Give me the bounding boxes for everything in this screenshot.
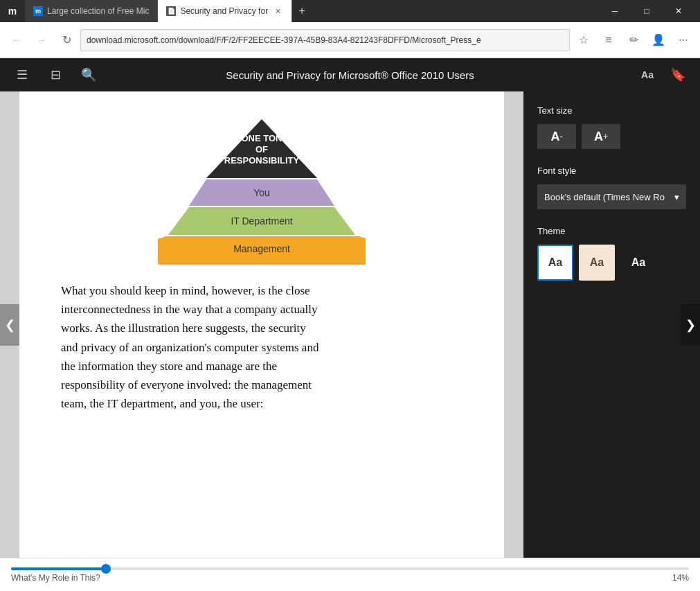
address-input[interactable] [80,29,570,51]
progress-thumb [101,564,111,574]
maximize-button[interactable]: □ [631,0,663,22]
more-button[interactable]: ··· [672,29,694,51]
prev-page-button[interactable]: ❮ [0,304,19,346]
bookmark-button[interactable]: 🔖 [667,64,689,86]
hub-button[interactable]: ≡ [598,29,620,51]
svg-text:IT Department: IT Department [231,215,292,227]
refresh-button[interactable]: ↻ [55,29,78,51]
address-bar: ← → ↻ ☆ ≡ ✏ 👤 ··· [0,22,700,58]
text-size-buttons: A- A+ [537,124,686,149]
next-page-button[interactable]: ❯ [681,304,700,346]
theme-dark-button[interactable]: Aa [620,245,656,281]
tab2-close-button[interactable]: ✕ [272,6,283,17]
text-size-label: Text size [537,105,686,116]
app-icon: m [6,4,19,18]
forward-button[interactable]: → [30,29,53,51]
new-tab-button[interactable]: + [292,1,312,21]
title-bar: m m Large collection of Free Mic 📄 Secur… [0,0,700,22]
page-content: ONE TON OF RESPONSIBILITY You IT Departm… [19,91,504,558]
progress-fill [11,567,106,570]
main-area: ❮ ONE TON OF RESPONSIBILITY You IT Depar… [0,91,700,558]
reader-right-tools: Aa 🔖 [636,64,689,86]
tab-1[interactable]: m Large collection of Free Mic [25,0,158,22]
window-controls: ─ □ ✕ [599,0,694,22]
tab2-favicon: 📄 [166,6,176,16]
theme-sepia-button[interactable]: Aa [579,245,615,281]
tab-2[interactable]: 📄 Security and Privacy for ✕ [158,0,292,22]
tab1-label: Large collection of Free Mic [47,6,149,16]
svg-text:RESPONSIBILITY: RESPONSIBILITY [224,155,300,166]
font-dropdown[interactable]: Book's default (Times New Ro ▾ [537,184,686,209]
svg-text:You: You [253,187,270,198]
dropdown-arrow-icon: ▾ [674,192,679,202]
svg-text:ONE TON: ONE TON [242,133,282,143]
svg-text:Management: Management [233,243,290,254]
theme-section: Theme Aa Aa Aa [537,226,686,281]
progress-row [11,567,689,570]
font-style-section: Font style Book's default (Times New Ro … [537,166,686,209]
text-settings-panel: Text size A- A+ Font style Book's defaul… [523,91,700,558]
bottom-bar: What's My Role in This? 14% [0,558,700,591]
reader-title: Security and Privacy for Microsoft® Offi… [226,69,474,81]
font-style-label: Font style [537,166,686,176]
pyramid-diagram: ONE TON OF RESPONSIBILITY You IT Departm… [61,112,463,265]
reader-left-tools: ☰ ⊟ 🔍 [11,64,100,86]
account-button[interactable]: 👤 [647,29,670,51]
decrease-text-size-button[interactable]: A- [537,124,576,149]
notes-button[interactable]: ✏ [622,29,645,51]
theme-buttons: Aa Aa Aa [537,245,686,281]
book-view-button[interactable]: ⊟ [44,64,66,86]
close-button[interactable]: ✕ [663,0,694,22]
minimize-button[interactable]: ─ [599,0,631,22]
back-button[interactable]: ← [6,29,28,51]
increase-text-size-button[interactable]: A+ [582,124,620,149]
reader-toolbar: ☰ ⊟ 🔍 Security and Privacy for Microsoft… [0,58,700,91]
tab1-favicon: m [33,6,43,16]
bottom-labels: What's My Role in This? 14% [11,573,689,583]
text-size-button[interactable]: Aa [636,64,658,86]
theme-light-button[interactable]: Aa [537,245,573,281]
progress-track[interactable] [11,567,689,570]
hamburger-button[interactable]: ☰ [11,64,33,86]
progress-label: 14% [672,573,689,583]
font-dropdown-value: Book's default (Times New Ro [544,192,665,202]
page-body-text: What you should keep in mind, however, i… [61,281,324,413]
tab-strip: m m Large collection of Free Mic 📄 Secur… [6,0,599,22]
svg-text:OF: OF [255,144,268,155]
star-button[interactable]: ☆ [573,29,595,51]
theme-label: Theme [537,226,686,236]
search-button[interactable]: 🔍 [78,64,100,86]
chapter-label: What's My Role in This? [11,573,100,583]
pyramid-svg: ONE TON OF RESPONSIBILITY You IT Departm… [158,112,366,265]
tab2-label: Security and Privacy for [180,6,268,16]
